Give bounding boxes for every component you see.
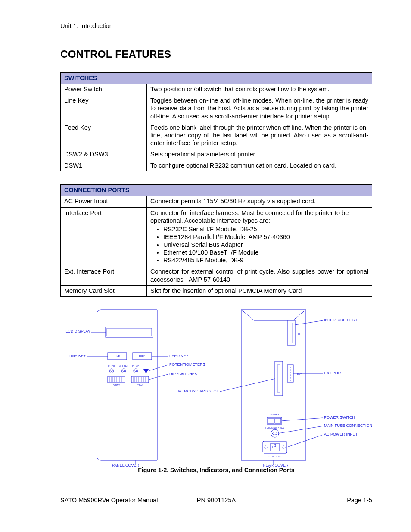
switch-desc: To configure optional RS232 communicatio…	[147, 160, 372, 171]
page-footer: PN 9001125A SATO M5900RVe Operator Manua…	[60, 497, 372, 504]
footer-center: PN 9001125A	[60, 497, 372, 504]
svg-text:DSW3: DSW3	[137, 384, 143, 386]
table-row: Feed Key Feeds one blank label through t…	[61, 122, 372, 149]
svg-text:I/F: I/F	[298, 333, 301, 335]
table-row: Power Switch Two position on/off switch …	[61, 84, 372, 95]
label-memory-card-slot: MEMORY CARD SLOT	[172, 389, 219, 393]
port-desc: Connector permits 115V, 50/60 Hz supply …	[147, 196, 372, 207]
switch-name: Power Switch	[61, 84, 147, 95]
interface-list: RS232C Serial I/F Module, DB-25 IEEE1284…	[150, 225, 368, 264]
port-desc-prefix: Connector for interface harness. Must be…	[150, 209, 349, 224]
port-name: AC Power Input	[61, 196, 147, 207]
label-rear-cover: REAR COVER	[263, 464, 289, 467]
svg-text:FUSE T3.15A H 250V: FUSE T3.15A H 250V	[265, 427, 284, 429]
table-row: DSW1 To configure optional RS232 communi…	[61, 160, 372, 171]
svg-text:FEED: FEED	[139, 355, 146, 358]
svg-text:POWER: POWER	[271, 413, 280, 416]
list-item: RS422/485 I/F Module, DB-9	[163, 256, 368, 264]
svg-rect-39	[277, 365, 280, 392]
label-panel-cover: PANEL COVER	[112, 464, 139, 467]
port-desc: Connector for interface harness. Must be…	[147, 207, 372, 266]
table-row: Memory Card Slot Slot for the insertion …	[61, 285, 372, 296]
switches-table: Switches Power Switch Two position on/of…	[60, 72, 372, 171]
label-lcd-display: LCD DISPLAY	[56, 330, 90, 333]
switch-desc: Sets operational parameters of printer.	[147, 149, 372, 160]
port-name: Ext. Interface Port	[61, 266, 147, 285]
label-main-fuse: MAIN FUSE CONNECTION	[324, 424, 372, 428]
switch-name: Feed Key	[61, 122, 147, 149]
label-ext-port: EXT PORT	[324, 371, 343, 375]
label-line-key: LINE KEY	[56, 354, 86, 358]
switch-name: DSW2 & DSW3	[61, 149, 147, 160]
switch-desc: Toggles between on-line and off-line mod…	[147, 95, 372, 122]
diagram-svg: LINE FEED PRINT OFFSET PITCH DSW2 DSW3	[60, 305, 371, 469]
list-item: Universal Serial Bus Adapter	[163, 241, 368, 249]
svg-text:OFFSET: OFFSET	[119, 364, 128, 367]
label-potentiometers: POTENTIOMETERS	[169, 363, 206, 367]
figure-diagram: LINE FEED PRINT OFFSET PITCH DSW2 DSW3	[60, 305, 371, 469]
svg-rect-40	[287, 365, 293, 382]
label-feed-key: FEED KEY	[169, 354, 189, 358]
switches-header: Switches	[61, 73, 372, 84]
svg-text:100V - 120V: 100V - 120V	[268, 455, 282, 458]
ports-table: Connection Ports AC Power Input Connecto…	[60, 184, 372, 297]
list-item: Ethernet 10/100 BaseT I/F Module	[163, 249, 368, 256]
table-row: Ext. Interface Port Connector for extern…	[61, 266, 372, 285]
svg-text:PITCH: PITCH	[132, 364, 140, 367]
table-row: Line Key Toggles between on-line and off…	[61, 95, 372, 122]
list-item: RS232C Serial I/F Module, DB-25	[163, 225, 368, 233]
port-name: Interface Port	[61, 207, 147, 266]
svg-rect-35	[287, 320, 295, 345]
list-item: IEEE1284 Parallel I/F Module, AMP 57-403…	[163, 233, 368, 241]
table-row: Interface Port Connector for interface h…	[61, 207, 372, 266]
svg-text:LINE: LINE	[115, 355, 120, 358]
label-power-switch: POWER SWITCH	[324, 416, 355, 420]
svg-text:PRINT: PRINT	[108, 364, 115, 367]
port-desc: Connector for external control of print …	[147, 266, 372, 285]
label-ac-power: AC POWER INPUT	[324, 432, 358, 436]
svg-text:DSW2: DSW2	[113, 384, 120, 386]
label-interface-port: INTERFACE PORT	[324, 318, 358, 322]
table-row: AC Power Input Connector permits 115V, 5…	[61, 196, 372, 207]
ports-header: Connection Ports	[61, 185, 372, 196]
switch-desc: Two position on/off switch that controls…	[147, 84, 372, 95]
document-page: Unit 1: Introduction CONTROL FEATURES Sw…	[0, 0, 411, 532]
section-title: CONTROL FEATURES	[60, 48, 372, 62]
switch-name: Line Key	[61, 95, 147, 122]
switch-desc: Feeds one blank label through the printe…	[147, 122, 372, 149]
label-dip-switches: DIP SWITCHES	[169, 372, 197, 376]
port-name: Memory Card Slot	[61, 285, 147, 296]
svg-rect-49	[275, 418, 281, 423]
svg-rect-1	[107, 328, 152, 336]
svg-rect-54	[271, 443, 279, 451]
switch-name: DSW1	[61, 160, 147, 171]
unit-header: Unit 1: Introduction	[60, 22, 372, 29]
table-row: DSW2 & DSW3 Sets operational parameters …	[61, 149, 372, 160]
svg-rect-48	[268, 418, 274, 423]
port-desc: Slot for the insertion of optional PCMCI…	[147, 285, 372, 296]
